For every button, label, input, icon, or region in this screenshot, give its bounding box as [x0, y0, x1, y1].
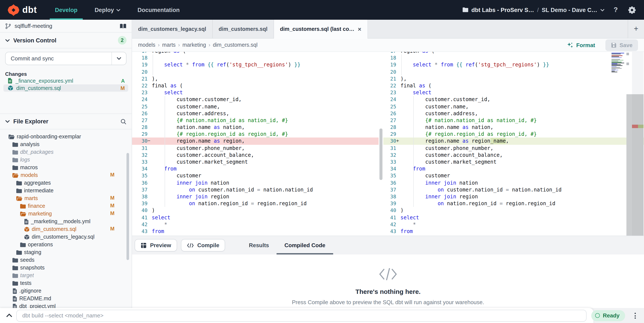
changed-file-row[interactable]: dim_customers.sqlM	[4, 84, 128, 92]
compile-button[interactable]: Compile	[181, 239, 225, 252]
file-tree-item[interactable]: rapid-onboarding-exemplar	[0, 133, 132, 140]
code-line[interactable]: 18	[132, 54, 378, 61]
commit-and-sync-button[interactable]: Commit and sync	[5, 52, 126, 65]
code-line[interactable]: 26 customer.address,	[383, 110, 644, 117]
command-input[interactable]	[16, 310, 586, 322]
code-line[interactable]: 30+ region.name as region_name,	[383, 138, 644, 145]
file-tree-item[interactable]: intermediate	[0, 187, 132, 195]
code-line[interactable]: 37 on customer.nation_id = nation.nation…	[383, 186, 644, 193]
file-tree-item[interactable]: modelsM	[0, 171, 132, 179]
editor-tab[interactable]: dim_customers.sql (last co…×	[274, 20, 368, 38]
nav-item-develop[interactable]: Develop	[46, 0, 86, 20]
editor-tab[interactable]: dim_customers.sql	[213, 20, 274, 38]
code-line[interactable]: 34 from	[383, 165, 644, 172]
code-line[interactable]: 41select	[132, 214, 378, 221]
file-tree-item[interactable]: dbt_packages	[0, 148, 132, 156]
diff-pane-original[interactable]: 17region as (1819 select * from {{ ref('…	[132, 52, 378, 236]
file-tree-item[interactable]: seeds	[0, 256, 132, 264]
code-line[interactable]: 20	[132, 68, 378, 75]
preview-button[interactable]: Preview	[135, 239, 177, 252]
code-line[interactable]: 17region as (	[132, 52, 378, 54]
code-line[interactable]: 19 select * from {{ ref('stg_tpch__regio…	[383, 61, 644, 68]
code-line[interactable]: 27 {# nation.nation_id as nation_id, #}	[383, 117, 644, 124]
original-pane-scrollbar[interactable]	[378, 52, 383, 236]
code-line[interactable]: 32 customer.account_balance,	[383, 152, 644, 158]
file-tree-item[interactable]: financeM	[0, 202, 132, 210]
code-line[interactable]: 35 customer	[132, 172, 378, 179]
code-line[interactable]: 28 nation.name as nation,	[383, 124, 644, 131]
code-line[interactable]: 42 *	[132, 221, 378, 228]
dbt-logo[interactable]: dbt	[0, 0, 46, 20]
file-tree-item[interactable]: staging	[0, 249, 132, 256]
code-line[interactable]: 33 customer.market_segment	[132, 158, 378, 165]
changed-file-row[interactable]: _finance_exposures.ymlA	[4, 77, 128, 84]
code-line[interactable]: 37 on customer.nation_id = nation.nation…	[132, 186, 378, 193]
code-line[interactable]: 31 customer.phone_number,	[132, 145, 378, 151]
search-icon[interactable]	[120, 118, 126, 124]
code-line[interactable]: 40)	[132, 207, 378, 214]
breadcrumb-item[interactable]: dim_customers.sql	[213, 42, 258, 48]
file-tree-item[interactable]: tests	[0, 279, 132, 287]
close-icon[interactable]: ×	[358, 26, 361, 32]
panel-tab-compiled-code[interactable]: Compiled Code	[277, 236, 333, 255]
code-line[interactable]: 33 customer.market_segment	[383, 158, 644, 165]
file-tree-item[interactable]: README.md	[0, 295, 132, 303]
nav-item-documentation[interactable]: Documentation	[129, 0, 188, 20]
file-tree-item[interactable]: _marketing__models.yml	[0, 218, 132, 225]
file-explorer-header[interactable]: File Explorer	[0, 113, 132, 129]
code-line[interactable]: 23 select	[383, 89, 644, 96]
minimap-slider[interactable]	[626, 52, 629, 55]
scrollbar-thumb[interactable]	[380, 128, 382, 180]
code-line[interactable]: 19 select * from {{ ref('stg_tpch__regio…	[132, 61, 378, 68]
modified-pane-scrollbar[interactable]	[626, 94, 632, 236]
help-button[interactable]: ?	[610, 5, 621, 15]
code-line[interactable]: 29 {# region.region_id as region_id, #}	[383, 131, 644, 138]
code-line[interactable]: 36 inner join nation	[132, 179, 378, 186]
code-line[interactable]: 25 customer.name,	[383, 103, 644, 110]
overview-ruler-thumb[interactable]	[632, 94, 644, 236]
file-tree-item[interactable]: snapshots	[0, 264, 132, 272]
commit-options-chevron[interactable]	[112, 52, 126, 65]
code-line[interactable]: 22final as (	[132, 82, 378, 89]
code-line[interactable]: 43from	[383, 228, 644, 235]
file-tree-item[interactable]: macros	[0, 164, 132, 171]
file-tree-item[interactable]: dim_customers_legacy.sql	[0, 233, 132, 241]
save-button[interactable]: Save	[606, 39, 638, 51]
code-line[interactable]: 41select	[383, 214, 644, 221]
breadcrumb-item[interactable]: marts	[162, 42, 176, 48]
code-line[interactable]: 29 {# region.region_id as region_id, #}	[132, 131, 378, 138]
nav-item-deploy[interactable]: Deploy	[86, 0, 129, 20]
diff-pane-modified[interactable]: 17region as (1819 select * from {{ ref('…	[383, 52, 644, 236]
new-tab-button[interactable]: +	[628, 20, 644, 38]
code-line[interactable]: 20	[383, 68, 644, 75]
code-line[interactable]: 39 on nation.region_id = region.region_i…	[132, 200, 378, 207]
file-tree-item[interactable]: marketingM	[0, 210, 132, 218]
minimap-slider[interactable]	[626, 62, 629, 65]
account-project-switcher[interactable]: dbt Labs - ProServ S… / SL Demo - Dave C…	[463, 7, 604, 13]
code-line[interactable]: 31 customer.phone_number,	[383, 145, 644, 151]
kebab-menu-button[interactable]	[631, 312, 639, 320]
code-line[interactable]: 26 customer.address,	[132, 110, 378, 117]
expand-command-bar-button[interactable]	[4, 310, 14, 321]
breadcrumb-item[interactable]: marketing	[182, 42, 206, 48]
code-line[interactable]: 42 *	[383, 221, 644, 228]
code-line[interactable]: 30− region.name as region,	[132, 138, 378, 145]
version-control-header[interactable]: Version Control 2	[0, 32, 132, 48]
format-button[interactable]: Format	[567, 42, 595, 48]
code-line[interactable]: 24 customer.customer_id,	[383, 96, 644, 103]
code-line[interactable]: 36 inner join nation	[383, 179, 644, 186]
code-line[interactable]: 39 on nation.region_id = region.region_i…	[383, 200, 644, 207]
file-tree-item[interactable]: .gitignore	[0, 287, 132, 295]
editor-tab[interactable]: dim_customers_legacy.sql	[132, 20, 213, 38]
code-line[interactable]: 18	[383, 54, 644, 61]
settings-gear-button[interactable]	[627, 5, 637, 15]
code-line[interactable]: 43from	[132, 228, 378, 235]
code-line[interactable]: 23 select	[132, 89, 378, 96]
code-line[interactable]: 24 customer.customer_id,	[132, 96, 378, 103]
code-line[interactable]: 22final as (	[383, 82, 644, 89]
code-line[interactable]: 34 from	[132, 165, 378, 172]
panel-tab-results[interactable]: Results	[241, 236, 277, 255]
file-tree-item[interactable]: martsM	[0, 195, 132, 202]
code-line[interactable]: 38 inner join region	[132, 193, 378, 200]
breadcrumb-item[interactable]: models	[138, 42, 156, 48]
